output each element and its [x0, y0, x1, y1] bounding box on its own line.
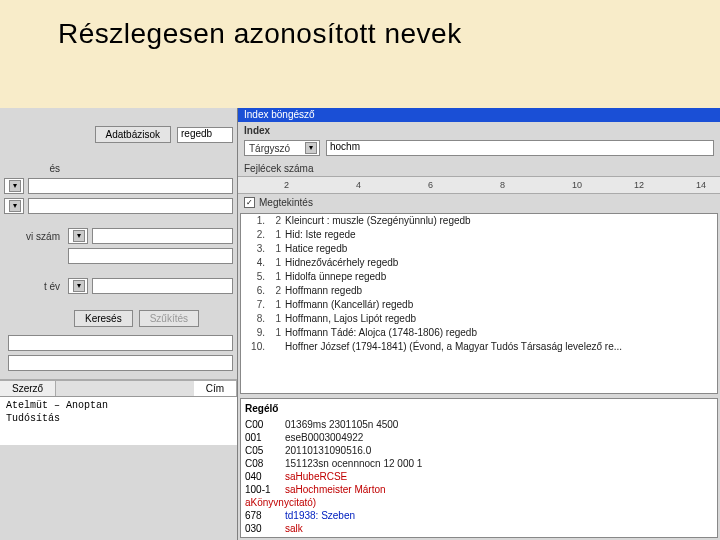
search-input-1[interactable] [28, 178, 233, 194]
list-item[interactable]: Atelmüt – Anoptan [4, 399, 233, 412]
tick: 6 [428, 180, 433, 190]
tick: 10 [572, 180, 582, 190]
chevron-down-icon: ▾ [73, 280, 85, 292]
tick: 4 [356, 180, 361, 190]
label-viszam: vi szám [4, 231, 64, 242]
label-and: és [4, 163, 64, 174]
record-field: 040saHubeRCSE [245, 470, 713, 483]
index-browser-pane: Index böngésző Index Tárgyszó ▾ hochm Fe… [238, 108, 720, 540]
result-row[interactable]: 10.Hoffner József (1794-1841) (Évond, a … [241, 340, 717, 354]
result-row[interactable]: 8.1Hoffmann, Lajos Lipót regedb [241, 312, 717, 326]
result-row[interactable]: 1.2Kleincurt : muszle (Szegényünnlu) reg… [241, 214, 717, 228]
record-title: Regélő [245, 401, 713, 418]
index-field-dropdown[interactable]: Tárgyszó ▾ [244, 140, 320, 156]
chevron-down-icon: ▾ [9, 180, 21, 192]
field-dropdown-4[interactable]: ▾ [68, 278, 88, 294]
index-field-label: Tárgyszó [249, 143, 290, 154]
narrow-button[interactable]: Szűkítés [139, 310, 199, 327]
tick: 2 [284, 180, 289, 190]
database-value[interactable]: regedb [177, 127, 233, 143]
record-field: C0520110131090516.0 [245, 444, 713, 457]
result-row[interactable]: 6.2Hoffmann regedb [241, 284, 717, 298]
field-dropdown-3[interactable]: ▾ [68, 228, 88, 244]
field-dropdown-1[interactable]: ▾ [4, 178, 24, 194]
tab-title[interactable]: Cím [194, 381, 237, 396]
record-field: C08151123sn ocennnocn 12 000 1 [245, 457, 713, 470]
result-row[interactable]: 2.1Hid: Iste regede [241, 228, 717, 242]
field-dropdown-2[interactable]: ▾ [4, 198, 24, 214]
panel-label-index: Index [244, 125, 714, 136]
record-field: 678td1938: Szeben [245, 509, 713, 522]
application-window: Adatbázisok regedb és ▾ ▾ vi szám ▾ t év… [0, 108, 720, 540]
window-titlebar: Index böngésző [238, 108, 720, 122]
result-row[interactable]: 4.1Hidnezővácérhely regedb [241, 256, 717, 270]
result-row[interactable]: 9.1Hoffmann Tádé: Alojca (1748-1806) reg… [241, 326, 717, 340]
record-field: 100-1saHochmeister MártonaKönyvnycitató) [245, 483, 713, 509]
result-row[interactable]: 5.1Hidolfa ünnepe regedb [241, 270, 717, 284]
result-row[interactable]: 3.1Hatice regedb [241, 242, 717, 256]
tick: 14 [696, 180, 706, 190]
header-count-ruler[interactable]: 2 4 6 8 10 12 14 [238, 176, 720, 194]
record-field: 001eseB0003004922 [245, 431, 713, 444]
search-input-2[interactable] [28, 198, 233, 214]
ruler-label: Fejlécek száma [244, 163, 714, 174]
chevron-down-icon: ▾ [305, 142, 317, 154]
search-input-4[interactable] [68, 248, 233, 264]
tick: 8 [500, 180, 505, 190]
result-list[interactable]: Atelmüt – Anoptan Tudósítás [0, 397, 237, 445]
slide-title: Részlegesen azonosított nevek [0, 0, 720, 50]
chevron-down-icon: ▾ [73, 230, 85, 242]
view-checkbox[interactable]: ✓ [244, 197, 255, 208]
record-field: 030salk [245, 522, 713, 535]
search-input-7[interactable] [8, 355, 233, 371]
results-subpane: Szerző Cím Atelmüt – Anoptan Tudósítás [0, 380, 237, 445]
search-input-5[interactable] [92, 278, 233, 294]
search-pane: Adatbázisok regedb és ▾ ▾ vi szám ▾ t év… [0, 108, 238, 540]
chevron-down-icon: ▾ [9, 200, 21, 212]
view-checkbox-label: Megtekintés [259, 197, 313, 208]
search-input-3[interactable] [92, 228, 233, 244]
tick: 12 [634, 180, 644, 190]
search-input-6[interactable] [8, 335, 233, 351]
record-detail: Regélő C0001369ms 2301105n 4500001eseB00… [240, 398, 718, 538]
tab-author[interactable]: Szerző [0, 381, 56, 396]
databases-button[interactable]: Adatbázisok [95, 126, 171, 143]
record-field: C0001369ms 2301105n 4500 [245, 418, 713, 431]
index-search-input[interactable]: hochm [326, 140, 714, 156]
result-row[interactable]: 7.1Hoffmann (Kancellár) regedb [241, 298, 717, 312]
label-tev: t év [4, 281, 64, 292]
search-button[interactable]: Keresés [74, 310, 133, 327]
index-results-list[interactable]: 1.2Kleincurt : muszle (Szegényünnlu) reg… [240, 213, 718, 394]
list-item[interactable]: Tudósítás [4, 412, 233, 425]
